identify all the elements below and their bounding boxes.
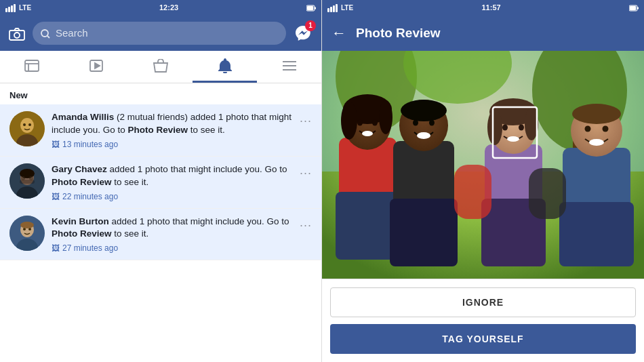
svg-point-8 [14, 33, 20, 38]
svg-rect-40 [330, 7, 332, 12]
status-bar-right: LTE 11:57 [322, 0, 644, 15]
svg-rect-45 [637, 7, 639, 9]
notif-time-2: 🖼 22 minutes ago [52, 192, 293, 201]
tab-menu[interactable] [257, 51, 321, 83]
network-icon-left [5, 3, 16, 12]
nav-tabs [0, 51, 321, 83]
svg-point-38 [20, 222, 34, 228]
top-bar-right: ← Photo Review [322, 15, 644, 51]
action-buttons: IGNORE TAG YOURSELF [322, 279, 644, 362]
svg-point-73 [487, 110, 502, 145]
clock-left: 12:23 [159, 3, 178, 12]
page-title: Photo Review [356, 26, 441, 41]
time-text-2: 22 minutes ago [62, 192, 118, 201]
svg-rect-11 [25, 60, 39, 71]
time-right: 11:57 [482, 3, 501, 12]
notif-time-3: 🖼 27 minutes ago [52, 243, 293, 253]
svg-rect-0 [5, 8, 7, 12]
ignore-button[interactable]: IGNORE [330, 287, 636, 317]
svg-point-58 [379, 100, 393, 134]
avatar-gary [9, 163, 45, 199]
back-button[interactable]: ← [331, 24, 346, 42]
more-options-1[interactable]: ··· [300, 111, 312, 128]
photo-time-icon-2: 🖼 [52, 192, 60, 201]
signal-text-left: LTE [19, 4, 31, 12]
svg-rect-79 [559, 202, 634, 266]
notif-item-2[interactable]: Gary Chavez added 1 photo that might inc… [0, 157, 321, 209]
notif-item-1[interactable]: Amanda Willis (2 mutual friends) added 1… [0, 104, 321, 157]
more-options-2[interactable]: ··· [300, 163, 312, 180]
time-left: 12:23 [159, 3, 178, 12]
svg-rect-44 [630, 6, 636, 10]
svg-rect-6 [315, 7, 316, 9]
svg-rect-86 [529, 168, 566, 219]
svg-point-76 [519, 125, 524, 131]
notif-content-2: Gary Chavez added 1 photo that might inc… [52, 163, 293, 201]
time-text-3: 27 minutes ago [62, 243, 118, 253]
photo-time-icon-3: 🖼 [52, 243, 60, 253]
notif-text-2: Gary Chavez added 1 photo that might inc… [52, 163, 293, 189]
photo-content [322, 51, 644, 279]
sb-right-left-icons: LTE [327, 3, 353, 12]
svg-rect-5 [307, 6, 313, 10]
svg-rect-85 [454, 165, 491, 219]
charge-icon-left [306, 3, 316, 12]
tab-notifications[interactable] [193, 51, 257, 83]
svg-point-68 [417, 132, 430, 139]
avatar-amanda [9, 111, 45, 146]
svg-point-65 [401, 100, 447, 121]
notif-text-3: Kevin Burton added 1 photo that might in… [52, 216, 293, 241]
battery-right [629, 3, 639, 12]
svg-point-83 [603, 126, 609, 132]
svg-rect-3 [14, 4, 16, 12]
svg-point-23 [28, 123, 31, 126]
messenger-icon-wrap[interactable]: 1 [291, 22, 315, 45]
svg-point-22 [23, 123, 26, 126]
tab-marketplace[interactable] [129, 51, 193, 83]
tab-news-feed[interactable] [0, 51, 64, 83]
svg-point-9 [41, 30, 48, 37]
notif-text-1: Amanda Willis (2 mutual friends) added 1… [52, 111, 293, 137]
notif-content-3: Kevin Burton added 1 photo that might in… [52, 216, 293, 254]
search-placeholder: Search [56, 27, 88, 39]
charge-icon-right [629, 3, 639, 12]
more-options-3[interactable]: ··· [300, 216, 312, 233]
tag-yourself-button[interactable]: TAG YOURSELF [330, 324, 636, 354]
notif-time-1: 🖼 13 minutes ago [52, 140, 293, 149]
svg-rect-42 [336, 4, 338, 12]
svg-line-10 [47, 36, 49, 38]
top-bar-left: Search 1 [0, 15, 321, 51]
sb-left-icons: LTE [5, 3, 31, 12]
right-status-icons-left [306, 3, 316, 12]
avatar-kevin [9, 216, 45, 251]
svg-point-59 [357, 120, 363, 126]
search-box[interactable]: Search [33, 22, 286, 45]
notif-item-3[interactable]: Kevin Burton added 1 photo that might in… [0, 209, 321, 261]
svg-rect-39 [327, 8, 329, 12]
messenger-badge: 1 [305, 20, 316, 31]
time-text-1: 13 minutes ago [62, 140, 118, 149]
svg-rect-7 [9, 31, 24, 40]
left-panel: LTE 12:23 [0, 0, 322, 362]
svg-rect-32 [20, 180, 35, 184]
tab-watch[interactable] [64, 51, 129, 83]
svg-point-82 [585, 126, 591, 132]
camera-icon[interactable] [7, 25, 27, 41]
search-icon [41, 27, 50, 38]
svg-point-20 [20, 118, 34, 133]
svg-point-66 [413, 120, 418, 126]
section-label-new: New [0, 83, 321, 104]
svg-point-61 [362, 131, 373, 136]
photo-area [322, 51, 644, 279]
status-bar-left: LTE 12:23 [0, 0, 321, 15]
svg-point-67 [429, 120, 435, 126]
photo-time-icon-1: 🖼 [52, 140, 60, 149]
svg-point-81 [572, 104, 621, 124]
svg-rect-2 [11, 5, 13, 12]
svg-rect-63 [390, 199, 458, 266]
svg-point-57 [341, 102, 357, 140]
signal-text-right: LTE [341, 4, 353, 12]
svg-point-77 [507, 136, 519, 142]
svg-point-75 [502, 125, 508, 131]
svg-marker-15 [95, 63, 100, 68]
